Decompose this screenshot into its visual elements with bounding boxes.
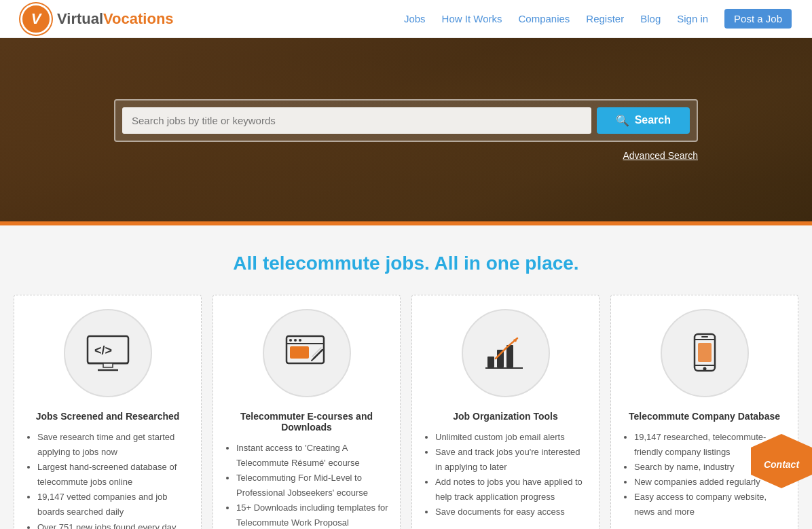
chart-icon (482, 329, 530, 377)
nav-post-job[interactable]: Post a Job (724, 9, 792, 29)
svg-point-23 (703, 367, 706, 371)
list-item: Save documents for easy access (435, 505, 588, 519)
main-nav: Jobs How It Works Companies Register Blo… (404, 9, 792, 29)
cards-row: </> Jobs Screened and Researched Save re… (14, 295, 798, 529)
svg-rect-16 (506, 345, 513, 367)
main-content: All telecommute jobs. All in one place. … (0, 225, 812, 529)
card-company-db: Telecommute Company Database 19,147 rese… (610, 295, 798, 529)
card-icon-jobs-screened: </> (64, 309, 152, 397)
monitor-code-icon: </> (84, 329, 132, 377)
list-item: Unlimited custom job email alerts (435, 430, 588, 445)
svg-rect-2 (103, 363, 113, 367)
list-item: Save research time and get started apply… (37, 430, 190, 460)
svg-rect-10 (290, 346, 309, 359)
card-icon-company-db (661, 309, 749, 397)
list-item: Instant access to 'Creating A Telecommut… (236, 441, 389, 471)
list-item: 19,147 vetted companies and job boards s… (37, 490, 190, 519)
card-jobs-screened: </> Jobs Screened and Researched Save re… (14, 295, 202, 529)
search-icon: 🔍 (616, 114, 629, 127)
card-title-company-db: Telecommute Company Database (622, 411, 787, 422)
list-item: Telecommuting For Mid-Level to Professio… (236, 471, 389, 500)
search-button-label: Search (635, 114, 671, 126)
svg-text:</>: </> (94, 344, 112, 357)
logo-icon: V (20, 3, 52, 35)
nav-jobs[interactable]: Jobs (404, 13, 426, 24)
advanced-search-link[interactable]: Advanced Search (114, 150, 698, 161)
mobile-icon (681, 329, 728, 377)
logo-virtual: Virtual (57, 10, 103, 27)
hero-content: 🔍 Search Advanced Search (100, 99, 712, 161)
logo[interactable]: V VirtualVocations (20, 3, 174, 35)
hero-section: 🔍 Search Advanced Search (0, 38, 812, 221)
card-title-ecourses: Telecommuter E-courses and Downloads (224, 411, 389, 433)
list-item: Save and track jobs you're interested in… (435, 445, 588, 475)
list-item: Over 751 new jobs found every day (37, 520, 190, 529)
card-ecourses: Telecommuter E-courses and Downloads Ins… (213, 295, 401, 529)
svg-rect-22 (698, 343, 712, 362)
nav-companies[interactable]: Companies (518, 13, 570, 24)
list-item: Add notes to jobs you have applied to he… (435, 475, 588, 505)
ecourse-icon (283, 329, 331, 377)
card-org-tools: Job Organization Tools Unlimited custom … (411, 295, 599, 529)
card-list-ecourses: Instant access to 'Creating A Telecommut… (224, 441, 389, 529)
main-tagline: All telecommute jobs. All in one place. (14, 253, 798, 274)
nav-blog[interactable]: Blog (640, 13, 661, 24)
nav-register[interactable]: Register (586, 13, 624, 24)
svg-point-7 (289, 339, 292, 342)
search-button[interactable]: 🔍 Search (597, 107, 690, 134)
svg-rect-24 (701, 336, 708, 338)
nav-how-it-works[interactable]: How It Works (442, 13, 502, 24)
card-list-jobs-screened: Save research time and get started apply… (25, 430, 190, 529)
card-list-org-tools: Unlimited custom job email alerts Save a… (423, 430, 588, 520)
logo-v: V (31, 10, 41, 28)
list-item: 15+ Downloads including templates for Te… (236, 500, 389, 529)
card-title-jobs-screened: Jobs Screened and Researched (25, 411, 190, 422)
list-item: Easy access to company website, news and… (634, 490, 787, 519)
svg-point-8 (294, 339, 297, 342)
search-box: 🔍 Search (114, 99, 698, 142)
search-input[interactable] (122, 107, 591, 134)
card-icon-ecourses (263, 309, 351, 397)
logo-text: VirtualVocations (57, 10, 174, 28)
svg-line-12 (312, 359, 314, 361)
logo-vocations: Vocations (103, 10, 174, 27)
header: V VirtualVocations Jobs How It Works Com… (0, 0, 812, 38)
nav-sign-in[interactable]: Sign in (677, 13, 708, 24)
contact-badge-label: Contact (764, 459, 799, 470)
svg-rect-14 (487, 357, 494, 367)
card-icon-org-tools (462, 309, 550, 397)
card-title-org-tools: Job Organization Tools (423, 411, 588, 422)
svg-point-9 (299, 339, 301, 342)
list-item: Largest hand-screened database of teleco… (37, 460, 190, 490)
